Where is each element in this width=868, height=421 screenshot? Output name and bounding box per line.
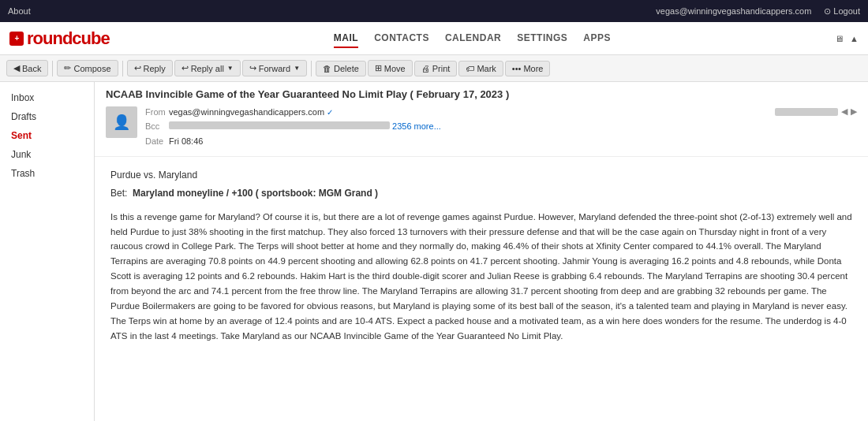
reply-button[interactable]: ↩ Reply — [127, 60, 173, 76]
compose-icon: ✏ — [64, 63, 71, 73]
back-button[interactable]: ◀ Back — [6, 60, 48, 76]
body-text: Is this a revenge game for Maryland? Of … — [110, 210, 852, 345]
toolbar: ◀ Back ✏ Compose ↩ Reply ↩ Reply all ▼ ↪… — [0, 55, 868, 82]
forward-dropdown-icon: ▼ — [294, 65, 300, 72]
next-email-icon[interactable]: ▶ — [851, 106, 857, 117]
bcc-row: Bcc 2356 more... — [145, 121, 775, 132]
nav-settings[interactable]: SETTINGS — [517, 29, 567, 48]
bet-prefix: Bet: — [110, 188, 127, 199]
logo[interactable]: + roundcube — [9, 28, 110, 49]
from-row: From vegas@winningvegashandicappers.com … — [145, 106, 775, 118]
mark-button[interactable]: 🏷 Mark — [458, 61, 503, 76]
logo-text: roundcube — [27, 28, 110, 49]
date-value: Fri 08:46 — [169, 136, 203, 147]
verified-icon: ✓ — [327, 107, 333, 118]
date-label: Date — [145, 136, 169, 147]
reply-all-button[interactable]: ↩ Reply all ▼ — [174, 60, 241, 76]
from-label: From — [145, 106, 169, 118]
delete-button[interactable]: 🗑 Delete — [316, 61, 366, 76]
move-button[interactable]: ⊞ Move — [368, 60, 413, 76]
bet-line: Bet: Maryland moneyline / +100 ( sportsb… — [110, 186, 852, 201]
email-content: NCAAB Invincible Game of the Year Guaran… — [95, 82, 868, 421]
reply-all-dropdown-icon: ▼ — [227, 65, 234, 72]
nav-mail[interactable]: MAIL — [334, 29, 358, 48]
email-fields: From vegas@winningvegashandicappers.com … — [145, 106, 775, 150]
bcc-value-redacted — [169, 121, 390, 129]
mark-icon: 🏷 — [466, 64, 474, 73]
nav-monitor-icon: 🖥 — [835, 34, 844, 43]
from-value: vegas@winningvegashandicappers.com — [169, 106, 324, 118]
more-button[interactable]: ••• More — [505, 61, 551, 76]
topbar-email: vegas@winningvegashandicappers.com — [656, 6, 811, 16]
logo-icon: + — [9, 32, 24, 46]
sidebar-item-drafts[interactable]: Drafts — [0, 107, 94, 126]
forward-icon: ↪ — [249, 63, 256, 73]
nav-right: 🖥 ▲ — [835, 34, 859, 43]
header: + roundcube MAIL CONTACTS CALENDAR SETTI… — [0, 22, 868, 55]
sidebar-item-inbox[interactable]: Inbox — [0, 88, 94, 107]
email-meta: 👤 From vegas@winningvegashandicappers.co… — [106, 106, 857, 150]
toolbar-separator-2 — [122, 61, 123, 76]
move-icon: ⊞ — [375, 63, 382, 73]
print-button[interactable]: 🖨 Print — [414, 61, 458, 76]
timestamp-redacted — [775, 108, 838, 116]
bcc-label: Bcc — [145, 121, 169, 132]
forward-button[interactable]: ↪ Forward ▼ — [242, 60, 307, 76]
nav-expand-icon: ▲ — [850, 34, 859, 43]
email-actions-right: ◀ ▶ — [775, 106, 857, 150]
toolbar-separator-3 — [311, 61, 312, 76]
toolbar-separator-1 — [52, 61, 53, 76]
reply-icon: ↩ — [134, 63, 141, 73]
topbar: About vegas@winningvegashandicappers.com… — [0, 0, 868, 22]
print-icon: 🖨 — [421, 64, 430, 73]
bet-value: Maryland moneyline / +100 ( sportsbook: … — [133, 188, 378, 199]
email-subject: NCAAB Invincible Game of the Year Guaran… — [106, 88, 857, 100]
reply-all-icon: ↩ — [181, 63, 189, 73]
more-icon: ••• — [512, 64, 522, 73]
more-recipients-link[interactable]: 2356 more... — [392, 121, 441, 132]
match-title: Purdue vs. Maryland — [110, 168, 852, 183]
sidebar-item-junk[interactable]: Junk — [0, 145, 94, 164]
logout-button[interactable]: ⊙ Logout — [824, 6, 860, 17]
about-link[interactable]: About — [8, 6, 31, 16]
date-row: Date Fri 08:46 — [145, 136, 775, 147]
avatar: 👤 — [106, 106, 137, 138]
compose-button[interactable]: ✏ Compose — [57, 60, 118, 76]
back-icon: ◀ — [13, 63, 20, 73]
sidebar-item-trash[interactable]: Trash — [0, 164, 94, 183]
nav-links: MAIL CONTACTS CALENDAR SETTINGS APPS — [334, 29, 611, 48]
email-header: NCAAB Invincible Game of the Year Guaran… — [95, 82, 868, 157]
delete-icon: 🗑 — [323, 64, 331, 73]
nav-apps[interactable]: APPS — [583, 29, 611, 48]
avatar-icon: 👤 — [113, 114, 130, 131]
nav-contacts[interactable]: CONTACTS — [374, 29, 429, 48]
sidebar-item-sent[interactable]: Sent — [0, 126, 94, 145]
sidebar: Inbox Drafts Sent Junk Trash — [0, 82, 95, 421]
prev-email-icon[interactable]: ◀ — [841, 106, 847, 117]
email-body: Purdue vs. Maryland Bet: Maryland moneyl… — [95, 157, 868, 355]
nav-calendar[interactable]: CALENDAR — [445, 29, 501, 48]
main: Inbox Drafts Sent Junk Trash NCAAB Invin… — [0, 82, 868, 421]
logout-icon: ⊙ — [824, 6, 831, 17]
